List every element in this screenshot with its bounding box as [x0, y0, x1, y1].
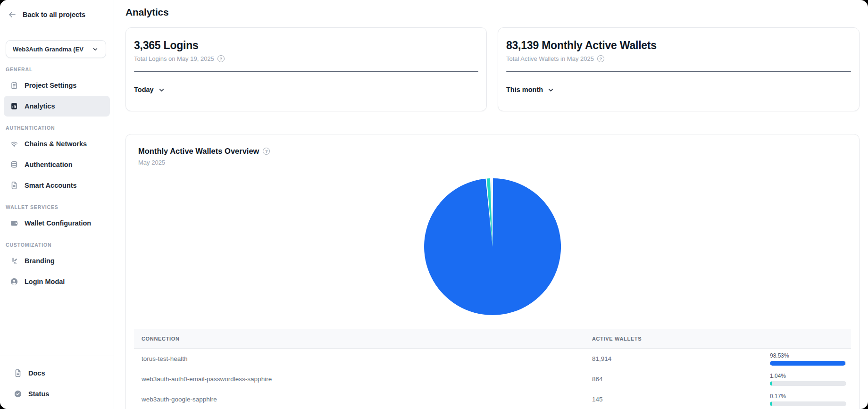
progress-bar-fill	[770, 381, 772, 386]
database-icon	[9, 160, 19, 169]
project-selector[interactable]: Web3Auth Grandma (EV	[6, 40, 106, 58]
sidebar-item-label: Authentication	[25, 161, 73, 168]
progress-bar-track	[770, 381, 846, 386]
progress-bar-track	[770, 361, 846, 366]
table-row[interactable]: web3auth-auth0-email-passwordless-sapphi…	[134, 369, 851, 389]
sidebar-item-status[interactable]: Status	[8, 384, 106, 404]
section-label-customization: CUSTOMIZATION	[0, 234, 114, 250]
divider	[134, 71, 478, 72]
project-selector-value: Web3Auth Grandma (EV	[13, 46, 83, 53]
active-wallets-value: 81,914	[584, 355, 766, 362]
table-row[interactable]: torus-test-health 81,914 98.53%	[134, 349, 851, 369]
stat-cards-row: 3,365 Logins Total Logins on May 19, 202…	[125, 27, 860, 111]
document-icon	[13, 368, 23, 378]
wallet-icon	[9, 218, 19, 228]
app-window: Back to all projects Web3Auth Grandma (E…	[0, 0, 868, 409]
connection-name: torus-test-health	[134, 355, 584, 362]
active-wallets-value: 864	[584, 376, 766, 383]
progress-bar-track	[770, 401, 846, 406]
wifi-icon	[9, 139, 19, 149]
bar-chart-doc-icon	[9, 101, 19, 111]
sidebar-item-label: Smart Accounts	[25, 182, 77, 189]
progress-bar-fill	[770, 361, 845, 366]
percent-label: 1.04%	[770, 373, 786, 379]
clipboard-icon	[9, 81, 19, 90]
brush-icon	[9, 256, 19, 266]
sidebar-item-label: Docs	[28, 369, 45, 377]
help-icon[interactable]	[597, 55, 604, 62]
sidebar-footer: Docs Status	[0, 356, 114, 409]
pie-slice-torus-test-health[interactable]	[424, 178, 561, 315]
monthly-active-wallets-overview-card: Monthly Active Wallets Overview May 2025…	[125, 134, 860, 409]
table-row[interactable]: web3auth-google-sapphire 145 0.17%	[134, 389, 851, 409]
check-circle-icon	[13, 389, 23, 399]
active-wallets-pie-chart[interactable]	[424, 178, 561, 315]
main-content: Analytics 3,365 Logins Total Logins on M…	[114, 0, 868, 409]
sidebar-item-branding[interactable]: Branding	[4, 250, 110, 271]
sidebar-item-label: Analytics	[25, 102, 55, 110]
overview-title: Monthly Active Wallets Overview	[138, 147, 259, 156]
active-wallets-stat-card: 83,139 Monthly Active Wallets Total Acti…	[498, 27, 860, 111]
back-to-projects-link[interactable]: Back to all projects	[0, 0, 114, 29]
column-header-connection: CONNECTION	[134, 336, 584, 342]
range-value: Today	[134, 86, 154, 93]
overview-subtitle: May 2025	[134, 159, 851, 166]
sidebar-item-wallet-configuration[interactable]: Wallet Configuration	[4, 213, 110, 234]
percent-label: 98.53%	[770, 352, 789, 359]
sidebar-item-analytics[interactable]: Analytics	[4, 96, 110, 117]
range-value: This month	[506, 86, 543, 93]
active-wallets-range-dropdown[interactable]: This month	[506, 86, 554, 93]
connection-name: web3auth-auth0-email-passwordless-sapphi…	[134, 376, 584, 383]
percent-label: 0.17%	[770, 393, 786, 400]
share-cell: 1.04%	[770, 373, 846, 386]
divider	[506, 71, 851, 72]
table-header-row: CONNECTION ACTIVE WALLETS	[134, 329, 851, 349]
sidebar-item-login-modal[interactable]: Login Modal	[4, 271, 110, 292]
active-wallets-subtitle: Total Active Wallets in May 2025	[506, 55, 594, 62]
sidebar-item-authentication[interactable]: Authentication	[4, 154, 110, 175]
sidebar-item-chains-networks[interactable]: Chains & Networks	[4, 134, 110, 154]
logins-headline: 3,365 Logins	[134, 39, 478, 52]
logins-range-dropdown[interactable]: Today	[134, 86, 165, 93]
active-wallets-value: 145	[584, 396, 766, 403]
pie-chart-container	[134, 178, 851, 315]
help-icon[interactable]	[263, 148, 270, 155]
section-label-general: GENERAL	[0, 58, 114, 75]
sidebar-item-project-settings[interactable]: Project Settings	[4, 75, 110, 96]
document-icon	[9, 181, 19, 190]
share-cell: 98.53%	[770, 352, 846, 366]
connections-table: CONNECTION ACTIVE WALLETS torus-test-hea…	[134, 329, 851, 409]
sidebar-item-label: Status	[28, 390, 49, 398]
progress-bar-fill	[770, 401, 772, 406]
column-header-active-wallets: ACTIVE WALLETS	[584, 336, 766, 342]
sidebar: Back to all projects Web3Auth Grandma (E…	[0, 0, 114, 409]
chevron-down-icon	[158, 86, 165, 93]
sidebar-item-label: Chains & Networks	[25, 140, 87, 148]
section-label-wallet-services: WALLET SERVICES	[0, 196, 114, 213]
sidebar-spacer	[0, 292, 114, 356]
logins-stat-card: 3,365 Logins Total Logins on May 19, 202…	[125, 27, 487, 111]
help-icon[interactable]	[217, 55, 225, 62]
section-label-authentication: AUTHENTICATION	[0, 117, 114, 134]
connection-name: web3auth-google-sapphire	[134, 396, 584, 403]
active-wallets-headline: 83,139 Monthly Active Wallets	[506, 39, 851, 52]
sidebar-item-label: Branding	[25, 257, 55, 265]
sidebar-item-label: Login Modal	[25, 278, 65, 285]
back-label: Back to all projects	[23, 11, 85, 18]
chevron-down-icon	[91, 44, 100, 54]
page-title: Analytics	[125, 7, 860, 18]
sidebar-item-label: Wallet Configuration	[25, 219, 91, 227]
share-cell: 0.17%	[770, 393, 846, 406]
sidebar-item-docs[interactable]: Docs	[8, 363, 106, 384]
arrow-left-icon	[8, 10, 17, 19]
logins-subtitle: Total Logins on May 19, 2025	[134, 55, 214, 62]
sidebar-item-smart-accounts[interactable]: Smart Accounts	[4, 175, 110, 196]
chevron-down-icon	[547, 86, 554, 93]
sidebar-item-label: Project Settings	[25, 82, 76, 89]
user-circle-icon	[9, 277, 19, 286]
